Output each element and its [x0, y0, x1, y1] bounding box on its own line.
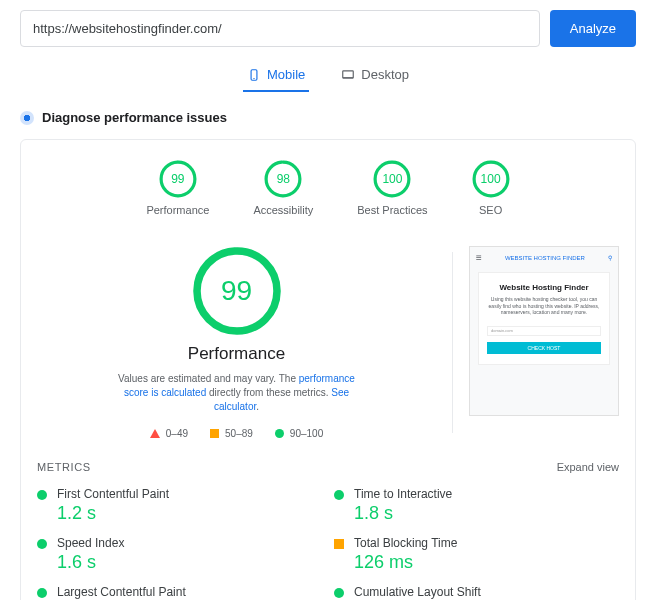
performance-summary: 99 Performance Values are estimated and …: [37, 246, 436, 439]
performance-gauge-value: 99: [221, 275, 252, 307]
metric-value: 1.8 s: [354, 503, 452, 524]
metric-name: Total Blocking Time: [354, 536, 457, 550]
preview-brand: WEBSITE HOSTING FINDER: [505, 255, 585, 261]
gauge-value: 98: [277, 172, 290, 186]
score-label: Best Practices: [357, 204, 427, 216]
performance-gauge: 99: [192, 246, 282, 336]
circle-icon: [334, 490, 344, 500]
tab-label: Desktop: [361, 67, 409, 82]
metric-cumulative-layout-shift: Cumulative Layout Shift0.032: [334, 585, 619, 600]
tab-label: Mobile: [267, 67, 305, 82]
vertical-divider: [452, 252, 453, 433]
metric-value: 126 ms: [354, 552, 457, 573]
preview-cta-button: CHECK HOST: [487, 342, 601, 354]
preview-headline: Website Hosting Finder: [487, 283, 601, 292]
metric-largest-contentful-paint: Largest Contentful Paint1.9 s: [37, 585, 322, 600]
score-row: 99Performance98Accessibility100Best Prac…: [37, 160, 619, 216]
gauge-value: 100: [481, 172, 501, 186]
circle-icon: [275, 429, 284, 438]
square-icon: [210, 429, 219, 438]
performance-description: Values are estimated and may vary. The p…: [107, 372, 367, 414]
circle-icon: [37, 539, 47, 549]
score-seo[interactable]: 100SEO: [472, 160, 510, 216]
score-label: Accessibility: [253, 204, 313, 216]
metric-value: 1.6 s: [57, 552, 124, 573]
metrics-grid: First Contentful Paint1.2 sTime to Inter…: [37, 487, 619, 600]
section-bullet-icon: [20, 111, 34, 125]
circle-icon: [37, 588, 47, 598]
gauge-icon: 98: [264, 160, 302, 198]
search-icon: ⚲: [608, 254, 612, 261]
gauge-icon: 100: [373, 160, 411, 198]
metric-speed-index: Speed Index1.6 s: [37, 536, 322, 573]
svg-rect-2: [343, 70, 354, 77]
tab-desktop[interactable]: Desktop: [337, 59, 413, 92]
circle-icon: [37, 490, 47, 500]
metric-first-contentful-paint: First Contentful Paint1.2 s: [37, 487, 322, 524]
score-performance[interactable]: 99Performance: [146, 160, 209, 216]
metric-total-blocking-time: Total Blocking Time126 ms: [334, 536, 619, 573]
preview-body: Using this website hosting checker tool,…: [487, 296, 601, 316]
score-accessibility[interactable]: 98Accessibility: [253, 160, 313, 216]
metric-name: Cumulative Layout Shift: [354, 585, 481, 599]
metric-name: Time to Interactive: [354, 487, 452, 501]
device-tabs: Mobile Desktop: [20, 59, 636, 92]
metric-name: Largest Contentful Paint: [57, 585, 186, 599]
metric-value: 1.2 s: [57, 503, 169, 524]
url-input[interactable]: [20, 10, 540, 47]
expand-view-link[interactable]: Expand view: [557, 461, 619, 473]
score-best-practices[interactable]: 100Best Practices: [357, 160, 427, 216]
gauge-value: 100: [382, 172, 402, 186]
score-label: SEO: [479, 204, 502, 216]
performance-title: Performance: [188, 344, 285, 364]
score-label: Performance: [146, 204, 209, 216]
analyze-button[interactable]: Analyze: [550, 10, 636, 47]
triangle-icon: [150, 429, 160, 438]
hamburger-icon: ≡: [476, 252, 482, 263]
metric-time-to-interactive: Time to Interactive1.8 s: [334, 487, 619, 524]
preview-input: domain.com: [487, 326, 601, 336]
square-icon: [334, 539, 344, 549]
tab-mobile[interactable]: Mobile: [243, 59, 309, 92]
gauge-value: 99: [171, 172, 184, 186]
mobile-icon: [247, 68, 261, 82]
metric-name: First Contentful Paint: [57, 487, 169, 501]
gauge-icon: 100: [472, 160, 510, 198]
section-title: Diagnose performance issues: [42, 110, 227, 125]
circle-icon: [334, 588, 344, 598]
report-card: 99Performance98Accessibility100Best Prac…: [20, 139, 636, 600]
score-legend: 0–49 50–89 90–100: [150, 428, 323, 439]
gauge-icon: 99: [159, 160, 197, 198]
metrics-title: METRICS: [37, 461, 91, 473]
desktop-icon: [341, 68, 355, 82]
page-preview: ≡ WEBSITE HOSTING FINDER ⚲ Website Hosti…: [469, 246, 619, 439]
metric-name: Speed Index: [57, 536, 124, 550]
